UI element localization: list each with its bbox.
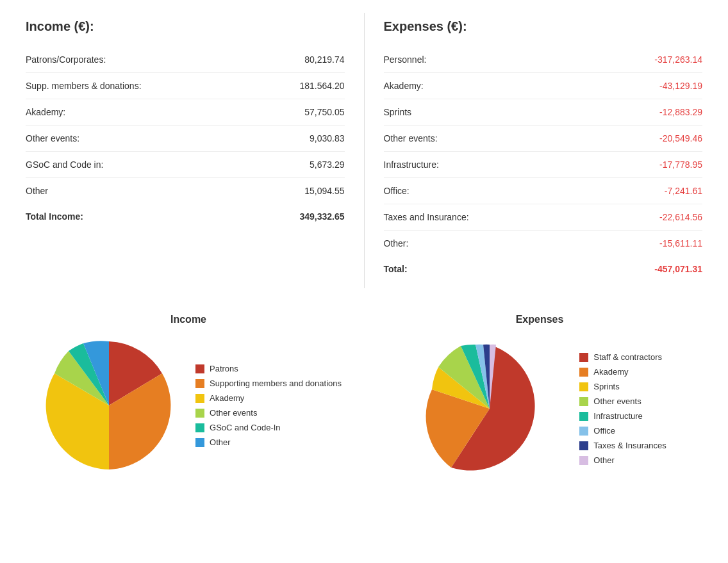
legend-label: Other (593, 455, 615, 465)
expenses-row-label: Other: (384, 238, 409, 249)
legend-color (579, 368, 588, 377)
legend-label: Other events (593, 396, 641, 406)
legend-color (579, 441, 588, 450)
legend-item: GSoC and Code-In (195, 423, 342, 432)
expenses-chart-container: Expenses (364, 307, 715, 492)
legend-item: Infrastructure (579, 411, 666, 421)
income-row-label: Other (26, 186, 48, 196)
income-row-value: 57,750.05 (304, 107, 344, 117)
legend-label: Office (593, 426, 615, 436)
income-total-row: Total Income: 349,332.65 (26, 204, 345, 229)
expenses-total-label: Total: (384, 264, 408, 274)
income-row-value: 15,094.55 (304, 186, 344, 196)
legend-color (579, 427, 588, 436)
legend-item: Sprints (579, 382, 666, 391)
income-legend: PatronsSupporting members and donationsA… (195, 364, 342, 447)
legend-label: Infrastructure (593, 411, 643, 421)
legend-label: Akademy (593, 367, 628, 377)
expenses-row: Other:-15,611.11 (384, 231, 703, 256)
legend-label: Patrons (210, 364, 238, 373)
expenses-total-row: Total: -457,071.31 (384, 256, 703, 282)
expenses-chart-area: Staff & contractorsAkademySprintsOther e… (413, 332, 666, 485)
income-row-value: 9,030.83 (310, 133, 345, 143)
expenses-pie-chart (413, 332, 567, 485)
expenses-row: Personnel:-317,263.14 (384, 47, 703, 73)
income-row-value: 5,673.29 (310, 159, 345, 170)
legend-color (579, 397, 588, 406)
legend-color (195, 423, 204, 432)
expenses-row-label: Infrastructure: (384, 159, 439, 170)
expenses-row-label: Akademy: (384, 81, 424, 91)
legend-label: Staff & contractors (593, 352, 662, 362)
expenses-row-value: -12,883.29 (659, 107, 702, 117)
expenses-title: Expenses (€): (384, 19, 703, 34)
legend-color (579, 456, 588, 465)
legend-item: Other events (195, 408, 342, 418)
expenses-row: Akademy:-43,129.19 (384, 73, 703, 99)
legend-label: Other events (210, 408, 257, 418)
income-total-value: 349,332.65 (299, 211, 344, 222)
legend-label: Akademy (210, 393, 244, 403)
legend-label: Sprints (593, 382, 619, 391)
expenses-chart-title: Expenses (516, 314, 564, 325)
legend-item: Akademy (195, 393, 342, 403)
income-row-value: 181.564.20 (299, 81, 344, 91)
income-row: Akademy:57,750.05 (26, 99, 345, 126)
expenses-row: Taxes and Insurance:-22,614.56 (384, 204, 703, 231)
income-row-label: Other events: (26, 133, 79, 143)
income-row: Supp. members & donations:181.564.20 (26, 73, 345, 99)
income-rows: Patrons/Corporates:80,219.74Supp. member… (26, 47, 345, 204)
expenses-row-value: -43,129.19 (659, 81, 702, 91)
income-title: Income (€): (26, 19, 345, 34)
legend-color (579, 353, 588, 362)
legend-label: Taxes & Insurances (593, 441, 666, 450)
income-row-label: Patrons/Corporates: (26, 54, 106, 65)
legend-item: Patrons (195, 364, 342, 373)
income-chart-container: Income PatronsSupporting (13, 307, 364, 492)
income-row-label: Supp. members & donations: (26, 81, 142, 91)
expenses-row-value: -15,611.11 (659, 238, 702, 249)
expenses-row: Other events:-20,549.46 (384, 126, 703, 152)
legend-color (579, 382, 588, 391)
legend-label: Other (210, 437, 231, 447)
legend-color (195, 364, 204, 373)
main-container: Income (€): Patrons/Corporates:80,219.74… (13, 13, 715, 492)
income-row: Patrons/Corporates:80,219.74 (26, 47, 345, 73)
expenses-legend: Staff & contractorsAkademySprintsOther e… (579, 352, 666, 465)
legend-color (195, 409, 204, 418)
expenses-row-label: Sprints (384, 107, 412, 117)
expenses-row: Sprints-12,883.29 (384, 99, 703, 126)
legend-item: Other (579, 455, 666, 465)
top-section: Income (€): Patrons/Corporates:80,219.74… (13, 13, 715, 288)
expenses-section: Expenses (€): Personnel:-317,263.14Akade… (371, 13, 716, 288)
income-chart-area: PatronsSupporting members and donationsA… (35, 332, 342, 479)
expenses-row-label: Personnel: (384, 54, 427, 65)
expenses-row-value: -17,778.95 (659, 159, 702, 170)
income-section: Income (€): Patrons/Corporates:80,219.74… (13, 13, 358, 288)
expenses-row-label: Other events: (384, 133, 438, 143)
legend-item: Office (579, 426, 666, 436)
expenses-row-value: -317,263.14 (654, 54, 702, 65)
expenses-row-label: Taxes and Insurance: (384, 212, 469, 222)
income-row: Other15,094.55 (26, 178, 345, 204)
legend-item: Other (195, 437, 342, 447)
expenses-row-value: -20,549.46 (659, 133, 702, 143)
expenses-row: Infrastructure:-17,778.95 (384, 152, 703, 178)
legend-color (195, 394, 204, 403)
expenses-row-label: Office: (384, 186, 410, 196)
section-divider (364, 13, 365, 288)
income-pie-chart (35, 332, 183, 479)
legend-item: Taxes & Insurances (579, 441, 666, 450)
expenses-total-value: -457,071.31 (654, 264, 702, 274)
legend-color (195, 379, 204, 388)
income-row-label: GSoC and Code in: (26, 159, 103, 170)
income-row-value: 80,219.74 (304, 54, 344, 65)
expenses-row: Office:-7,241.61 (384, 178, 703, 204)
legend-item: Supporting members and donations (195, 379, 342, 388)
legend-label: Supporting members and donations (210, 379, 342, 388)
legend-item: Akademy (579, 367, 666, 377)
income-total-label: Total Income: (26, 211, 83, 222)
charts-section: Income PatronsSupporting (13, 307, 715, 492)
legend-color (195, 438, 204, 447)
legend-item: Other events (579, 396, 666, 406)
